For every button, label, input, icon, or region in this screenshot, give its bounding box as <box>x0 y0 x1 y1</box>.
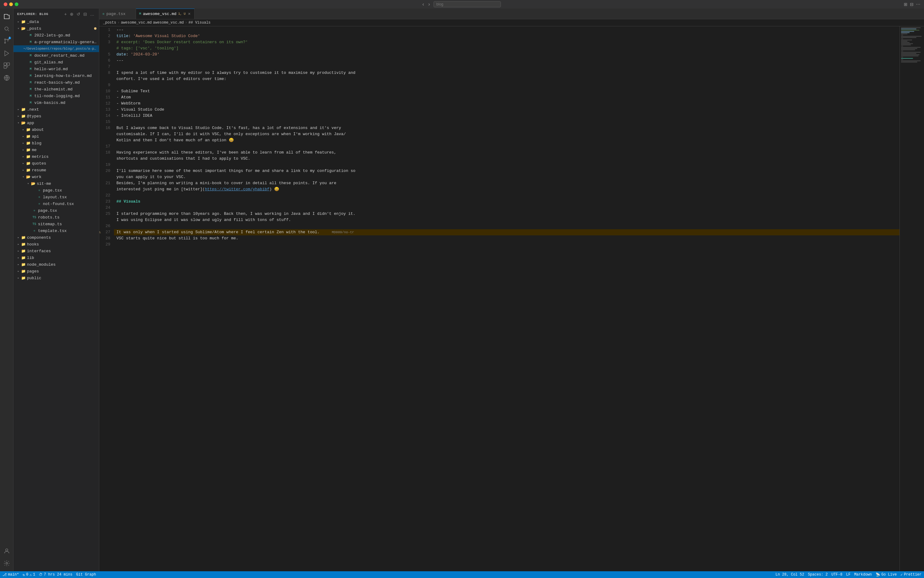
tree-item-robots[interactable]: TS robots.ts <box>13 214 99 221</box>
more-options-button[interactable]: … <box>89 11 95 17</box>
tree-item-work[interactable]: 📂 work <box>13 174 99 180</box>
source-control-icon[interactable]: 1 <box>1 36 12 47</box>
folder-icon: 📁 <box>26 141 31 146</box>
breadcrumb-file[interactable]: awesome_vsc.md <box>121 21 152 25</box>
indentation[interactable]: Spaces: 2 <box>808 573 828 577</box>
extensions-icon[interactable] <box>1 60 12 71</box>
explorer-icon[interactable] <box>1 11 12 22</box>
tree-item-docker[interactable]: M docker_restart_mac.md <box>13 52 99 59</box>
language-mode[interactable]: Markdown <box>854 573 872 577</box>
layout-button[interactable]: ⊞ <box>904 2 908 7</box>
tree-arrow <box>16 120 21 125</box>
tree-item-page-tsx-nested[interactable]: ⚛ page.tsx <box>13 187 99 194</box>
tree-item-hello[interactable]: M hello-world.md <box>13 66 99 72</box>
line-numbers: 1 2 3 5 6 7 8 9 10 11 12 13 14 15 16 17 <box>99 26 114 571</box>
tab-awesome-vsc[interactable]: M awesome_vsc.md 1, U × <box>136 8 195 19</box>
split-editor-button[interactable]: ⊟ <box>910 2 914 7</box>
sidebar-header: EXPLORER: BLOG + ⊕ ↺ ⊟ … <box>13 8 99 18</box>
tree-item-sitemap[interactable]: TS sitemap.ts <box>13 221 99 227</box>
editor-text[interactable]: --- title: 'Awesome Visual Studio Code' … <box>114 26 900 571</box>
tree-item-blog-folder[interactable]: 📁 blog <box>13 140 99 146</box>
cursor-position[interactable]: Ln 28, Col 52 <box>775 573 804 577</box>
tree-item-alchemist[interactable]: M the-alchemist.md <box>13 86 99 93</box>
tree-item-quotes[interactable]: 📁 quotes <box>13 160 99 167</box>
time-tracking[interactable]: ⏱ 7 hrs 24 mins <box>39 573 73 577</box>
nav-buttons[interactable]: ‹ › <box>421 1 431 8</box>
svg-rect-7 <box>4 66 6 68</box>
git-branch[interactable]: ⎇ main* <box>2 573 19 577</box>
encoding[interactable]: UTF-8 <box>832 573 843 577</box>
tree-item-til[interactable]: M til-node-logging.md <box>13 93 99 99</box>
line-ending[interactable]: LF <box>846 573 851 577</box>
forward-button[interactable]: › <box>427 1 431 8</box>
go-live-label: Go Live <box>882 573 897 577</box>
tree-item-sit-me[interactable]: 📂 sit-me <box>13 180 99 187</box>
new-file-button[interactable]: + <box>63 11 68 17</box>
tree-item-next[interactable]: 📁 .next <box>13 106 99 113</box>
remote-explorer-icon[interactable] <box>1 72 12 83</box>
go-live[interactable]: 📡 Go Live <box>875 573 897 577</box>
new-folder-button[interactable]: ⊕ <box>69 11 75 17</box>
more-actions-button[interactable]: ⋯ <box>916 2 920 7</box>
tree-item-pages[interactable]: 📁 pages <box>13 268 99 274</box>
collapse-all-button[interactable]: ⊟ <box>83 11 88 17</box>
tree-item-node-modules[interactable]: 📁 node_modules <box>13 261 99 268</box>
tree-item-data[interactable]: 📁 _data <box>13 18 99 25</box>
tree-item-api[interactable]: 📁 api <box>13 133 99 140</box>
tsx-icon: ⚛ <box>32 208 37 213</box>
settings-icon[interactable] <box>1 558 12 569</box>
modified-badge <box>94 27 97 30</box>
tree-item-app[interactable]: 📂 app <box>13 120 99 126</box>
tree-item-page-tsx-work[interactable]: ⚛ page.tsx <box>13 207 99 214</box>
tree-label: public <box>27 276 97 281</box>
minimize-button[interactable] <box>9 2 13 6</box>
tree-label: interfaces <box>27 249 97 253</box>
sync-status[interactable]: ↻ 0 ⚠ 1 <box>23 573 35 577</box>
tree-item-me[interactable]: 📁 me <box>13 146 99 153</box>
tree-item-2022[interactable]: M 2022-lets-go.md <box>13 32 99 39</box>
close-button[interactable] <box>4 2 7 6</box>
tree-item-interfaces[interactable]: 📁 interfaces <box>13 248 99 254</box>
tree-item-components[interactable]: 📁 components <box>13 234 99 241</box>
tree-item-lib[interactable]: 📁 lib <box>13 254 99 261</box>
ts-icon: TS <box>32 222 37 226</box>
tree-item-metrics[interactable]: 📁 metrics <box>13 153 99 160</box>
breadcrumb-section[interactable]: ## Visuals <box>188 21 211 25</box>
refresh-button[interactable]: ↺ <box>76 11 81 17</box>
search-input[interactable] <box>433 1 501 7</box>
tree-item-types[interactable]: 📁 @types <box>13 113 99 120</box>
tree-item-react[interactable]: M react-basics-why.md <box>13 79 99 86</box>
git-graph[interactable]: Git Graph <box>76 573 96 577</box>
prettier[interactable]: ✓ Prettier <box>900 573 922 577</box>
maximize-button[interactable] <box>15 2 18 6</box>
tree-item-not-found[interactable]: ⚛ not-found.tsx <box>13 200 99 207</box>
tree-item-resume[interactable]: 📁 resume <box>13 167 99 174</box>
run-debug-icon[interactable] <box>1 48 12 59</box>
tree-label: metrics <box>32 154 97 159</box>
tree-item-template[interactable]: ⚛ template.tsx <box>13 227 99 234</box>
code-line-12: - WebStorm <box>114 101 900 107</box>
tree-arrow <box>16 242 21 247</box>
tab-page-tsx[interactable]: ⚛ page.tsx <box>99 8 136 19</box>
tree-item-path-tooltip[interactable]: ~/Development/repos/blog/_posts/a-progra… <box>13 45 99 52</box>
account-icon[interactable] <box>1 546 12 557</box>
tree-item-about[interactable]: 📁 about <box>13 126 99 133</box>
tab-close-button[interactable]: × <box>188 11 191 16</box>
tree-item-vim[interactable]: M vim-basics.md <box>13 99 99 106</box>
breadcrumb-posts[interactable]: _posts <box>103 21 116 25</box>
search-icon[interactable] <box>1 23 12 34</box>
tree-item-git-alias[interactable]: M git_alias.md <box>13 59 99 66</box>
ln-25b <box>99 217 110 223</box>
tree-item-layout-tsx[interactable]: ⚛ layout.tsx <box>13 194 99 200</box>
tree-arrow <box>26 181 31 186</box>
tree-item-a-prog[interactable]: M a-programmatically-generated-cv.md <box>13 39 99 45</box>
tree-item-learning[interactable]: M learning-how-to-learn.md <box>13 72 99 79</box>
tree-item-posts[interactable]: 📂 _posts <box>13 25 99 32</box>
tree-item-public[interactable]: 📁 public <box>13 274 99 281</box>
editor-area: ⚛ page.tsx M awesome_vsc.md 1, U × _post… <box>99 8 924 571</box>
tree-arrow <box>32 201 37 206</box>
folder-icon: 📁 <box>21 248 26 253</box>
tree-item-hooks[interactable]: 📁 hooks <box>13 241 99 248</box>
back-button[interactable]: ‹ <box>421 1 425 8</box>
window-controls[interactable] <box>4 2 18 6</box>
